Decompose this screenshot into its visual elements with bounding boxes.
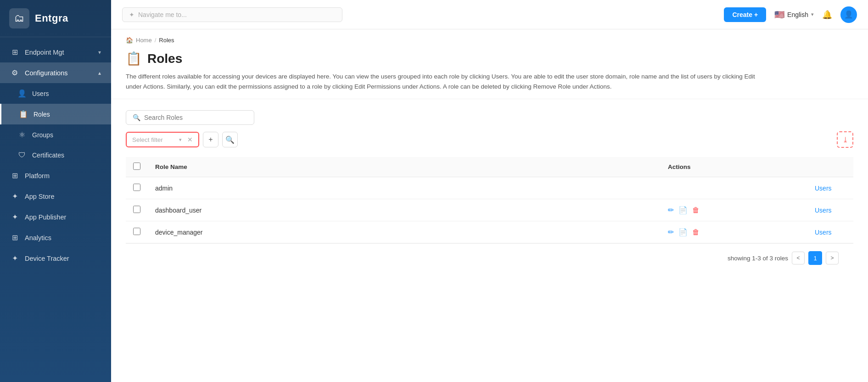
role-name-cell: device_manager — [148, 221, 661, 243]
header-role-name: Role Name — [148, 157, 661, 177]
sidebar-item-label: Endpoint Mgt — [25, 49, 64, 56]
users-link[interactable]: Users — [815, 229, 832, 236]
sidebar-item-analytics[interactable]: ⊞ Analytics — [0, 227, 111, 248]
sidebar-item-label: Analytics — [25, 234, 51, 242]
pagination-row: showing 1-3 of 3 roles < 1 > — [126, 243, 853, 272]
export-icon: ⤓ — [842, 135, 848, 144]
sidebar-item-label: App Store — [25, 193, 55, 200]
page-title-icon: 📋 — [126, 51, 142, 66]
sidebar-item-label: Configurations — [25, 69, 68, 77]
table-body: admin Users — [126, 177, 853, 243]
row-checkbox[interactable] — [133, 228, 140, 235]
row-checkbox[interactable] — [133, 184, 140, 191]
edit-icon[interactable]: ✏ — [668, 206, 674, 214]
role-name: admin — [155, 185, 173, 192]
sidebar-item-app-publisher[interactable]: ✦ App Publisher — [0, 207, 111, 227]
groups-icon: ⚛ — [17, 130, 27, 139]
pagination-prev-button[interactable]: < — [792, 252, 805, 264]
sidebar-item-users[interactable]: 👤 Users — [0, 83, 111, 104]
filter-row: Select filter ▾ ✕ + 🔍 ⤓ — [126, 131, 853, 148]
breadcrumb-home[interactable]: Home — [136, 37, 152, 44]
chevron-down-icon: ▾ — [98, 49, 101, 56]
page-title-row: 📋 Roles — [126, 51, 853, 66]
analytics-icon: ⊞ — [10, 233, 19, 242]
sidebar-item-platform[interactable]: ⊞ Platform — [0, 165, 111, 186]
user-avatar[interactable]: 👤 — [840, 6, 857, 23]
header-checkbox-cell — [126, 157, 148, 177]
sidebar-item-device-tracker[interactable]: ✦ Device Tracker — [0, 248, 111, 269]
app-store-icon: ✦ — [10, 192, 19, 201]
pagination-page-1-button[interactable]: 1 — [808, 251, 822, 265]
notification-bell-icon[interactable]: 🔔 — [822, 10, 832, 20]
home-icon: 🏠 — [126, 37, 133, 44]
sidebar-item-groups[interactable]: ⚛ Groups — [0, 124, 111, 145]
filter-select[interactable]: Select filter ▾ ✕ — [126, 132, 199, 147]
platform-icon: ⊞ — [10, 171, 19, 180]
sidebar-item-configurations[interactable]: ⚙ Configurations ▴ — [0, 62, 111, 83]
role-name: dashboard_user — [155, 207, 202, 214]
users-link[interactable]: Users — [815, 185, 832, 192]
sidebar-item-label: Users — [32, 90, 49, 97]
search-row: 🔍 — [126, 110, 853, 125]
select-all-checkbox[interactable] — [133, 163, 140, 170]
edit-icon[interactable]: ✏ — [668, 228, 674, 236]
breadcrumb-separator: / — [155, 37, 157, 44]
topbar-right: Create + 🇺🇸 English ▾ 🔔 👤 — [724, 6, 857, 23]
filter-search-button[interactable]: 🔍 — [222, 132, 238, 147]
language-label: English — [787, 11, 808, 18]
app-publisher-icon: ✦ — [10, 213, 19, 221]
users-link-cell: Users — [807, 221, 853, 243]
filter-select-text: Select filter — [132, 136, 175, 143]
filter-clear-icon[interactable]: ✕ — [187, 136, 193, 143]
users-icon: 👤 — [17, 89, 27, 98]
sidebar-item-app-store[interactable]: ✦ App Store — [0, 186, 111, 207]
roles-table: Role Name Actions admin — [126, 157, 853, 243]
sidebar-logo[interactable]: 🗂 Entgra — [0, 0, 111, 37]
breadcrumb: 🏠 Home / Roles — [111, 29, 868, 47]
next-icon: > — [830, 255, 834, 261]
table-header: Role Name Actions — [126, 157, 853, 177]
role-name-cell: dashboard_user — [148, 199, 661, 221]
pagination-next-button[interactable]: > — [826, 252, 839, 264]
permissions-icon[interactable]: 📄 — [678, 228, 688, 236]
navigate-input-wrap[interactable]: ✦ Navigate me to... — [122, 7, 342, 22]
pagination-showing-text: showing 1-3 of 3 roles — [728, 255, 788, 262]
role-name: device_manager — [155, 229, 203, 236]
table-row: admin Users — [126, 177, 853, 199]
table-row: dashboard_user ✏ 📄 🗑 Users — [126, 199, 853, 221]
sidebar: 🗂 Entgra ⊞ Endpoint Mgt ▾ ⚙ Configuratio… — [0, 0, 111, 382]
sidebar-item-label: Certificates — [32, 152, 64, 159]
users-link-cell: Users — [807, 177, 853, 199]
page-title: Roles — [147, 51, 182, 66]
delete-icon[interactable]: 🗑 — [692, 206, 700, 214]
endpoint-mgt-icon: ⊞ — [10, 48, 19, 56]
row-checkbox-cell — [126, 199, 148, 221]
language-selector[interactable]: 🇺🇸 English ▾ — [774, 10, 814, 20]
sidebar-item-endpoint-mgt[interactable]: ⊞ Endpoint Mgt ▾ — [0, 42, 111, 62]
configurations-icon: ⚙ — [10, 68, 19, 77]
users-link[interactable]: Users — [815, 207, 832, 214]
sidebar-item-roles[interactable]: 📋 Roles — [0, 104, 111, 124]
sidebar-item-certificates[interactable]: 🛡 Certificates — [0, 145, 111, 165]
page-header: 📋 Roles The different roles available fo… — [111, 47, 868, 99]
topbar: ✦ Navigate me to... Create + 🇺🇸 English … — [111, 0, 868, 29]
search-input-wrap[interactable]: 🔍 — [126, 110, 254, 125]
sidebar-item-label: Groups — [32, 131, 53, 139]
delete-icon[interactable]: 🗑 — [692, 228, 700, 236]
prev-icon: < — [796, 255, 800, 261]
breadcrumb-current: Roles — [159, 37, 174, 44]
permissions-icon[interactable]: 📄 — [678, 206, 688, 214]
logo-text: Entgra — [35, 12, 68, 24]
roles-icon: 📋 — [19, 110, 28, 118]
export-button[interactable]: ⤓ — [837, 131, 853, 148]
row-checkbox[interactable] — [133, 206, 140, 213]
chevron-down-icon: ▾ — [811, 11, 814, 17]
sidebar-item-label: Platform — [25, 172, 50, 180]
search-icon: 🔍 — [133, 114, 140, 121]
sidebar-item-label: App Publisher — [25, 213, 66, 221]
create-button[interactable]: Create + — [724, 7, 766, 22]
filter-add-button[interactable]: + — [203, 132, 218, 147]
search-input[interactable] — [144, 114, 247, 121]
sidebar-item-label: Device Tracker — [25, 255, 69, 262]
users-link-cell: Users — [807, 199, 853, 221]
